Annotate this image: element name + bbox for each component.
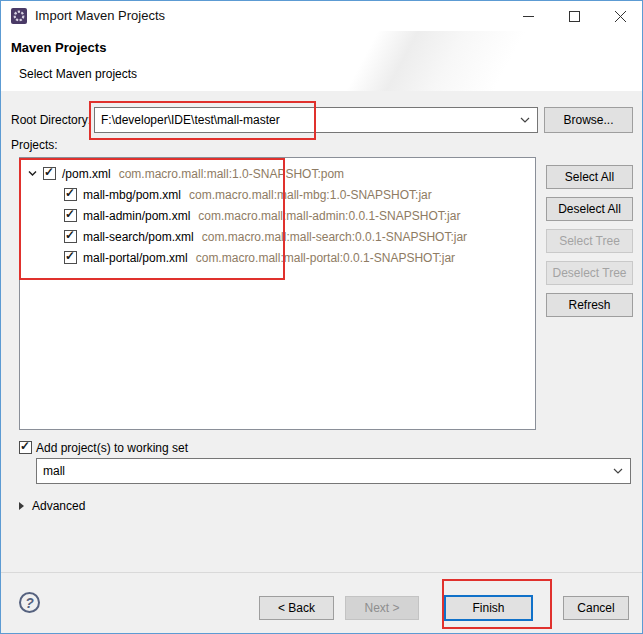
tree-item-coordinate: com.macro.mall:mall:1.0-SNAPSHOT:pom <box>119 167 344 181</box>
chevron-down-icon[interactable] <box>520 117 530 123</box>
chevron-down-icon[interactable] <box>27 168 39 180</box>
tree-item-coordinate: com.macro.mall:mall-search:0.0.1-SNAPSHO… <box>202 230 467 244</box>
help-button[interactable]: ? <box>19 592 40 613</box>
import-maven-projects-dialog: Import Maven Projects Maven Projects Sel… <box>0 0 643 634</box>
select-tree-button: Select Tree <box>546 229 633 253</box>
window-title: Import Maven Projects <box>35 1 165 31</box>
checkbox-checked[interactable] <box>64 209 77 222</box>
projects-tree[interactable]: /pom.xml com.macro.mall:mall:1.0-SNAPSHO… <box>19 157 536 430</box>
page-title: Maven Projects <box>11 40 106 55</box>
tree-item-label: mall-admin/pom.xml <box>83 209 190 223</box>
button-bar: ? < Back Next > Finish Cancel <box>1 572 642 634</box>
root-directory-value: F:\developer\IDE\test\mall-master <box>101 108 280 132</box>
working-set-combo[interactable]: mall <box>36 458 631 484</box>
working-set-label: Add project(s) to working set <box>36 441 188 455</box>
root-directory-label: Root Directory: <box>11 113 91 127</box>
tree-item-label: /pom.xml <box>62 167 111 181</box>
title-bar: Import Maven Projects <box>1 1 642 31</box>
checkbox-checked[interactable] <box>43 167 56 180</box>
maximize-button[interactable] <box>552 1 596 31</box>
next-button: Next > <box>345 596 419 620</box>
tree-row-mall-portal[interactable]: mall-portal/pom.xml com.macro.mall:mall-… <box>20 247 535 268</box>
tree-row-mall-search[interactable]: mall-search/pom.xml com.macro.mall:mall-… <box>20 226 535 247</box>
minimize-button[interactable] <box>506 1 550 31</box>
advanced-section[interactable]: Advanced <box>19 499 85 513</box>
maven-app-icon <box>11 8 27 24</box>
refresh-button[interactable]: Refresh <box>546 293 633 317</box>
tree-row-mall-admin[interactable]: mall-admin/pom.xml com.macro.mall:mall-a… <box>20 205 535 226</box>
page-subtitle: Select Maven projects <box>19 67 137 81</box>
checkbox-checked[interactable] <box>64 230 77 243</box>
cancel-button[interactable]: Cancel <box>563 596 629 620</box>
root-directory-combo[interactable]: F:\developer\IDE\test\mall-master <box>94 107 538 133</box>
tree-item-label: mall-mbg/pom.xml <box>83 188 181 202</box>
tree-item-coordinate: com.macro.mall:mall-mbg:1.0-SNAPSHOT:jar <box>189 188 432 202</box>
back-button[interactable]: < Back <box>259 596 334 620</box>
tree-item-label: mall-portal/pom.xml <box>83 251 188 265</box>
tree-item-coordinate: com.macro.mall:mall-portal:0.0.1-SNAPSHO… <box>196 251 455 265</box>
close-button[interactable] <box>598 1 642 31</box>
projects-label: Projects: <box>11 138 58 152</box>
deselect-tree-button: Deselect Tree <box>546 261 633 285</box>
working-set-checkbox[interactable] <box>19 441 32 454</box>
tree-item-label: mall-search/pom.xml <box>83 230 194 244</box>
working-set-value: mall <box>43 459 65 483</box>
tree-row-mall-mbg[interactable]: mall-mbg/pom.xml com.macro.mall:mall-mbg… <box>20 184 535 205</box>
deselect-all-button[interactable]: Deselect All <box>546 197 633 221</box>
triangle-right-icon <box>19 502 24 510</box>
finish-button[interactable]: Finish <box>444 595 533 621</box>
advanced-label: Advanced <box>32 499 85 513</box>
browse-button[interactable]: Browse... <box>544 107 633 133</box>
tree-item-coordinate: com.macro.mall:mall-admin:0.0.1-SNAPSHOT… <box>198 209 460 223</box>
checkbox-checked[interactable] <box>64 188 77 201</box>
chevron-down-icon[interactable] <box>613 468 623 474</box>
checkbox-checked[interactable] <box>64 251 77 264</box>
wizard-header: Maven Projects Select Maven projects <box>1 31 642 91</box>
select-all-button[interactable]: Select All <box>546 165 633 189</box>
tree-row-pom[interactable]: /pom.xml com.macro.mall:mall:1.0-SNAPSHO… <box>20 163 535 184</box>
